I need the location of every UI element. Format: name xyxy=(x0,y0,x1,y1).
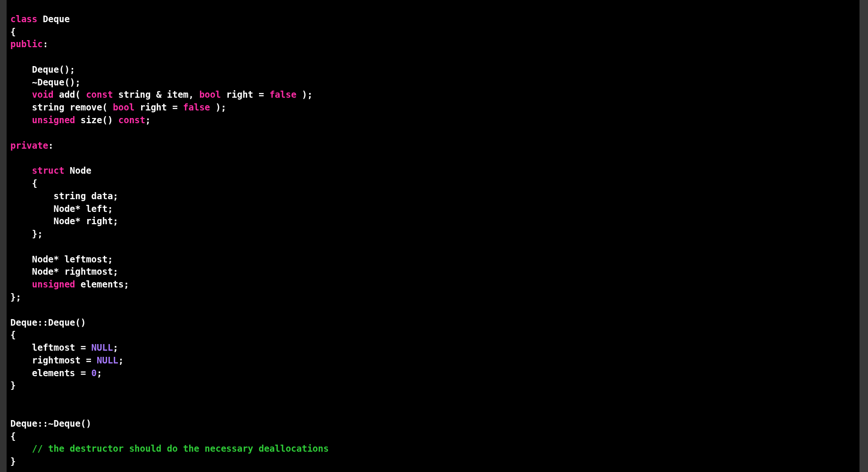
code-token: Node* leftmost; xyxy=(10,254,113,264)
code-token: bool xyxy=(199,89,221,100)
code-line[interactable]: string data; xyxy=(10,190,864,202)
code-token: unsigned xyxy=(32,279,75,289)
code-token: ; xyxy=(113,342,118,353)
gutter xyxy=(0,0,7,472)
code-token xyxy=(10,443,32,454)
code-token: bool xyxy=(113,102,134,112)
code-line[interactable]: unsigned elements; xyxy=(10,278,864,291)
code-token xyxy=(10,165,32,176)
code-token: Deque(); xyxy=(10,64,75,75)
code-token: const xyxy=(86,89,113,100)
code-line[interactable]: Deque(); xyxy=(10,63,864,76)
code-token: ~Deque(); xyxy=(10,77,81,87)
code-token: void xyxy=(32,89,54,100)
code-token: NULL xyxy=(92,342,113,353)
code-line[interactable] xyxy=(10,51,864,63)
code-token: Node* rightmost; xyxy=(10,266,118,277)
code-line[interactable]: }; xyxy=(10,228,864,240)
code-token: elements = xyxy=(10,368,92,378)
code-line[interactable] xyxy=(10,240,864,253)
code-line[interactable] xyxy=(10,303,864,316)
code-token: private xyxy=(10,140,48,151)
code-token: Deque xyxy=(37,14,70,24)
code-token: add( xyxy=(54,89,86,100)
code-line[interactable]: struct Node xyxy=(10,164,864,177)
code-token: leftmost = xyxy=(10,342,92,353)
code-line[interactable]: // the destructor should do the necessar… xyxy=(10,442,864,455)
code-token: ); xyxy=(296,89,312,100)
editor-container: class Deque{public: Deque(); ~Deque(); v… xyxy=(0,0,868,472)
code-token: : xyxy=(43,39,48,49)
code-line[interactable]: leftmost = NULL; xyxy=(10,341,864,354)
code-token: size() xyxy=(75,115,118,125)
code-token: Deque::Deque() xyxy=(10,317,86,328)
code-token: Node xyxy=(64,165,91,176)
code-line[interactable] xyxy=(10,152,864,164)
code-line[interactable] xyxy=(10,0,864,13)
code-area[interactable]: class Deque{public: Deque(); ~Deque(); v… xyxy=(7,0,868,472)
code-token: Node* right; xyxy=(10,216,118,226)
code-line[interactable]: { xyxy=(10,25,864,38)
code-line[interactable] xyxy=(10,126,864,139)
code-token xyxy=(10,279,32,289)
code-line[interactable]: ~Deque(); xyxy=(10,76,864,89)
code-line[interactable]: Node* left; xyxy=(10,202,864,215)
code-line[interactable]: }; xyxy=(10,291,864,303)
code-token: class xyxy=(10,14,37,24)
code-token xyxy=(10,115,32,125)
code-line[interactable]: Node* right; xyxy=(10,215,864,228)
code-token: string & item, xyxy=(113,89,199,100)
code-line[interactable]: unsigned size() const; xyxy=(10,114,864,126)
code-token: public xyxy=(10,39,43,49)
code-token: // the destructor should do the necessar… xyxy=(32,443,329,454)
code-token xyxy=(10,89,32,100)
code-token: } xyxy=(10,380,16,390)
code-line[interactable]: elements = 0; xyxy=(10,367,864,379)
code-line[interactable]: { xyxy=(10,329,864,341)
code-token: { xyxy=(10,26,16,37)
code-token: struct xyxy=(32,165,65,176)
code-token: ); xyxy=(210,102,226,112)
code-token: ; xyxy=(145,115,150,125)
code-line[interactable] xyxy=(10,392,864,405)
code-token: right = xyxy=(134,102,183,112)
code-line[interactable]: class Deque xyxy=(10,13,864,25)
code-token: false xyxy=(269,89,296,100)
code-token: unsigned xyxy=(32,115,75,125)
code-line[interactable]: public: xyxy=(10,38,864,51)
code-line[interactable]: Deque::Deque() xyxy=(10,316,864,329)
code-token: string data; xyxy=(10,191,118,201)
code-token: elements; xyxy=(75,279,129,289)
code-token: }; xyxy=(10,228,43,239)
code-token: } xyxy=(10,456,16,466)
code-token: NULL xyxy=(97,355,118,365)
code-token: : xyxy=(48,140,53,151)
code-token: 0 xyxy=(92,368,97,378)
code-token: { xyxy=(10,178,37,188)
code-token: }; xyxy=(10,292,21,302)
code-line[interactable]: void add( const string & item, bool righ… xyxy=(10,88,864,101)
code-line[interactable] xyxy=(10,405,864,417)
code-token: Node* left; xyxy=(10,203,113,214)
code-line[interactable]: Node* rightmost; xyxy=(10,265,864,278)
code-line[interactable]: { xyxy=(10,430,864,443)
code-token: ; xyxy=(97,368,102,378)
scrollbar-track[interactable] xyxy=(860,0,868,472)
code-token: right = xyxy=(221,89,269,100)
code-token: Deque::~Deque() xyxy=(10,418,92,429)
code-line[interactable]: string remove( bool right = false ); xyxy=(10,101,864,114)
code-line[interactable]: Deque::~Deque() xyxy=(10,417,864,430)
code-line[interactable]: { xyxy=(10,177,864,190)
code-line[interactable]: Node* leftmost; xyxy=(10,253,864,266)
code-token: false xyxy=(183,102,210,112)
code-token: { xyxy=(10,431,16,441)
code-token: const xyxy=(118,115,145,125)
code-token: string remove( xyxy=(10,102,113,112)
code-token: rightmost = xyxy=(10,355,97,365)
code-line[interactable]: } xyxy=(10,455,864,468)
code-line[interactable]: rightmost = NULL; xyxy=(10,354,864,367)
code-token: ; xyxy=(118,355,124,365)
code-line[interactable]: private: xyxy=(10,139,864,152)
code-line[interactable]: } xyxy=(10,379,864,392)
code-token: { xyxy=(10,329,16,340)
